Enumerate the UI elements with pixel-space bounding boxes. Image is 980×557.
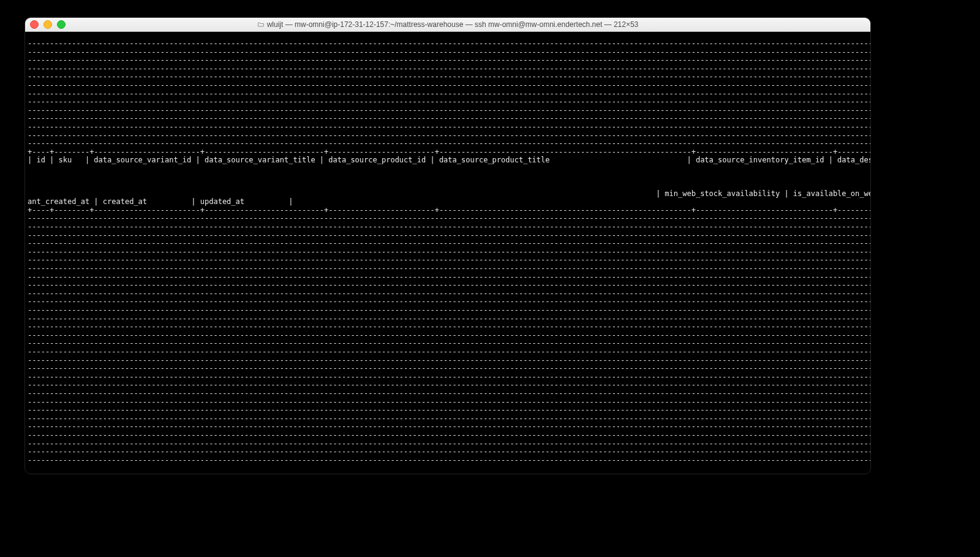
zoom-icon[interactable]: [57, 20, 66, 29]
minimize-icon[interactable]: [43, 20, 52, 29]
window-title-text: wluijt — mw-omni@ip-172-31-12-157:~/matt…: [267, 20, 639, 29]
terminal-window: wluijt — mw-omni@ip-172-31-12-157:~/matt…: [24, 17, 871, 474]
titlebar[interactable]: wluijt — mw-omni@ip-172-31-12-157:~/matt…: [25, 18, 870, 32]
terminal-output[interactable]: ----------------------------------------…: [25, 39, 870, 466]
folder-icon: [257, 21, 265, 28]
close-icon[interactable]: [30, 20, 39, 29]
window-controls: [30, 20, 66, 29]
window-title: wluijt — mw-omni@ip-172-31-12-157:~/matt…: [25, 20, 870, 29]
